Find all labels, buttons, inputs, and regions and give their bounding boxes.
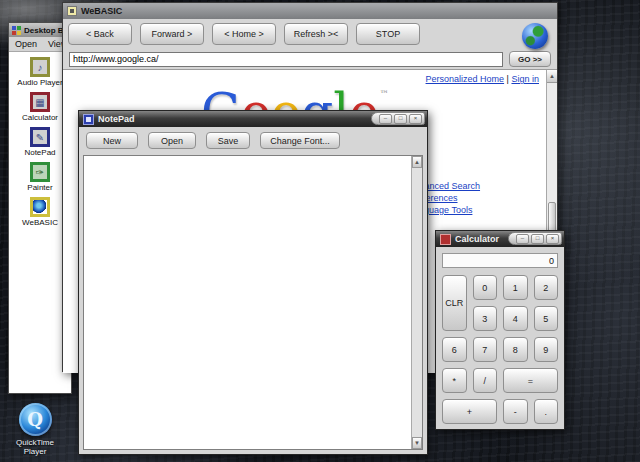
calculator-app-icon: [440, 234, 451, 245]
calculator-keypad: CLR 0 1 2 3 4 5 6 7 8 9 * / = + - .: [442, 275, 558, 424]
calculator-icon: ▦: [30, 92, 50, 112]
notepad-scrollbar[interactable]: ▲ ▼: [411, 156, 422, 449]
notepad-toolbar: New Open Save Change Font...: [79, 127, 427, 154]
change-font-button[interactable]: Change Font...: [260, 132, 340, 149]
key-2[interactable]: 2: [534, 275, 559, 300]
launcher-app-icon: [12, 26, 21, 35]
browser-title: WeBASIC: [81, 6, 122, 16]
close-icon[interactable]: ×: [546, 234, 559, 244]
browser-app-icon: [67, 6, 77, 16]
globe-spinner-icon: [522, 23, 548, 49]
scroll-up-icon[interactable]: ▲: [547, 70, 557, 83]
key-decimal[interactable]: .: [534, 399, 559, 424]
personalized-home-link[interactable]: Personalized Home: [426, 74, 505, 84]
trademark-symbol: ™: [380, 89, 389, 99]
go-button[interactable]: GO >>: [509, 51, 551, 67]
save-button[interactable]: Save: [206, 132, 250, 149]
quicktime-label: QuickTime Player: [6, 438, 64, 456]
address-bar: GO >>: [63, 49, 557, 69]
key-multiply[interactable]: *: [442, 368, 467, 393]
key-4[interactable]: 4: [503, 306, 528, 331]
quicktime-player-desktop-icon[interactable]: Q QuickTime Player: [6, 403, 64, 456]
refresh-button[interactable]: Refresh ><: [284, 23, 348, 45]
open-button[interactable]: Open: [148, 132, 196, 149]
minimize-icon[interactable]: –: [379, 114, 392, 124]
audio-player-glyph: ♪: [38, 62, 43, 73]
notepad-app-icon: [83, 114, 94, 125]
scroll-down-icon[interactable]: ▼: [412, 437, 422, 449]
key-plus[interactable]: +: [442, 399, 497, 424]
back-button[interactable]: < Back: [68, 23, 132, 45]
key-5[interactable]: 5: [534, 306, 559, 331]
notepad-titlebar[interactable]: NotePad – □ ×: [79, 111, 427, 127]
close-icon[interactable]: ×: [409, 114, 422, 124]
calculator-display: 0: [442, 253, 558, 268]
audio-player-icon: ♪: [30, 57, 50, 77]
key-7[interactable]: 7: [473, 337, 498, 362]
key-9[interactable]: 9: [534, 337, 559, 362]
maximize-icon[interactable]: □: [394, 114, 407, 124]
calculator-window: Calculator – □ × 0 CLR 0 1 2 3 4 5 6 7 8…: [435, 230, 565, 430]
notepad-window-controls: – □ ×: [371, 112, 425, 125]
webasic-globe-icon: [30, 197, 50, 217]
painter-glyph: ✑: [36, 167, 44, 178]
browser-titlebar[interactable]: WeBASIC: [63, 3, 557, 19]
notepad-glyph: ✎: [36, 132, 44, 143]
stop-button[interactable]: STOP: [356, 23, 420, 45]
notepad-title: NotePad: [98, 114, 135, 124]
key-8[interactable]: 8: [503, 337, 528, 362]
key-0[interactable]: 0: [473, 275, 498, 300]
key-equals[interactable]: =: [503, 368, 558, 393]
painter-icon: ✑: [30, 162, 50, 182]
key-clr[interactable]: CLR: [442, 275, 467, 331]
key-1[interactable]: 1: [503, 275, 528, 300]
notepad-window: NotePad – □ × New Open Save Change Font.…: [78, 110, 428, 455]
menu-open[interactable]: Open: [15, 39, 37, 51]
new-button[interactable]: New: [86, 132, 138, 149]
notepad-text-area[interactable]: ▲ ▼: [83, 155, 423, 450]
scroll-up-icon[interactable]: ▲: [412, 156, 422, 168]
quicktime-glyph: Q: [27, 409, 43, 430]
forward-button[interactable]: Forward >: [140, 23, 204, 45]
key-6[interactable]: 6: [442, 337, 467, 362]
quicktime-q-icon: Q: [19, 403, 52, 436]
browser-nav-toolbar: < Back Forward > < Home > Refresh >< STO…: [63, 19, 557, 49]
calculator-title: Calculator: [455, 234, 499, 244]
link-separator: |: [507, 74, 509, 84]
key-minus[interactable]: -: [503, 399, 528, 424]
calculator-titlebar[interactable]: Calculator – □ ×: [436, 231, 564, 247]
calculator-window-controls: – □ ×: [508, 232, 562, 245]
minimize-icon[interactable]: –: [516, 234, 529, 244]
key-3[interactable]: 3: [473, 306, 498, 331]
google-top-links: Personalized Home | Sign in: [426, 74, 539, 84]
maximize-icon[interactable]: □: [531, 234, 544, 244]
sign-in-link[interactable]: Sign in: [511, 74, 539, 84]
calculator-glyph: ▦: [35, 97, 44, 108]
key-divide[interactable]: /: [473, 368, 498, 393]
url-input[interactable]: [69, 52, 503, 67]
home-button[interactable]: < Home >: [212, 23, 276, 45]
notepad-icon: ✎: [30, 127, 50, 147]
